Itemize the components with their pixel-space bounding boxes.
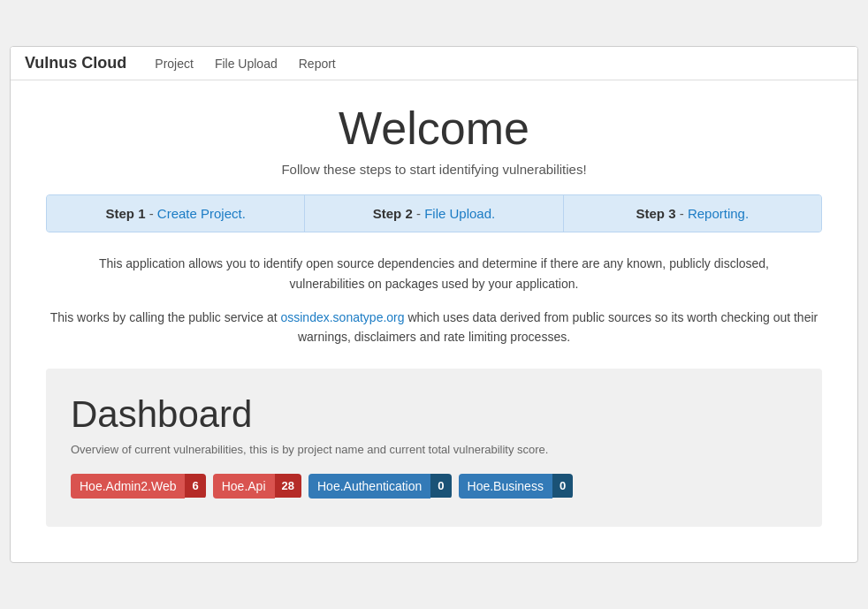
project-badge-count-2: 0: [430, 474, 451, 498]
step-2[interactable]: Step 2 - File Upload.: [305, 195, 563, 232]
external-link[interactable]: ossindex.sonatype.org: [280, 310, 404, 324]
step-3-label: Step 3: [636, 206, 676, 221]
step-2-link[interactable]: File Upload.: [424, 206, 495, 221]
app-window: Vulnus Cloud Project File Upload Report …: [10, 46, 858, 563]
works-prefix: This works by calling the public service…: [50, 310, 281, 324]
project-badge-0[interactable]: Hoe.Admin2.Web6: [71, 474, 206, 499]
project-badge-count-1: 28: [275, 474, 301, 498]
project-badge-1[interactable]: Hoe.Api28: [213, 474, 301, 499]
step-1-link[interactable]: Create Project.: [157, 206, 246, 221]
project-badge-label-1: Hoe.Api: [213, 474, 275, 499]
main-content: Welcome Follow these steps to start iden…: [11, 80, 857, 562]
navbar-link-project[interactable]: Project: [155, 57, 194, 71]
welcome-title: Welcome: [46, 102, 822, 155]
project-badge-count-3: 0: [552, 474, 573, 498]
step-2-separator: -: [416, 206, 424, 221]
project-badge-label-3: Hoe.Business: [459, 474, 552, 499]
project-badge-2[interactable]: Hoe.Authentication0: [308, 474, 452, 499]
navbar: Vulnus Cloud Project File Upload Report: [11, 47, 857, 80]
description-text: This application allows you to identify …: [46, 254, 822, 293]
navbar-link-report[interactable]: Report: [299, 57, 336, 71]
project-badges: Hoe.Admin2.Web6Hoe.Api28Hoe.Authenticati…: [71, 474, 797, 499]
navbar-link-fileupload[interactable]: File Upload: [215, 57, 278, 71]
step-3-link[interactable]: Reporting.: [688, 206, 749, 221]
step-3[interactable]: Step 3 - Reporting.: [564, 195, 821, 232]
description-line1: This application allows you to identify …: [99, 256, 769, 270]
dashboard-title: Dashboard: [71, 393, 797, 436]
project-badge-label-0: Hoe.Admin2.Web: [71, 474, 185, 499]
dashboard-subtitle: Overview of current vulnerabilities, thi…: [71, 443, 797, 456]
project-badge-label-2: Hoe.Authentication: [308, 474, 430, 499]
step-2-label: Step 2: [373, 206, 413, 221]
step-3-separator: -: [680, 206, 688, 221]
description-line2: vulnerabilities on packages used by your…: [290, 277, 579, 291]
step-1-label: Step 1: [105, 206, 145, 221]
steps-bar: Step 1 - Create Project. Step 2 - File U…: [46, 194, 822, 232]
project-badge-3[interactable]: Hoe.Business0: [459, 474, 574, 499]
dashboard-section: Dashboard Overview of current vulnerabil…: [46, 369, 822, 527]
step-1[interactable]: Step 1 - Create Project.: [47, 195, 305, 232]
navbar-brand: Vulnus Cloud: [25, 54, 126, 72]
project-badge-count-0: 6: [185, 474, 205, 498]
step-1-separator: -: [149, 206, 157, 221]
welcome-subtitle: Follow these steps to start identifying …: [46, 162, 822, 177]
works-text: This works by calling the public service…: [46, 308, 822, 347]
